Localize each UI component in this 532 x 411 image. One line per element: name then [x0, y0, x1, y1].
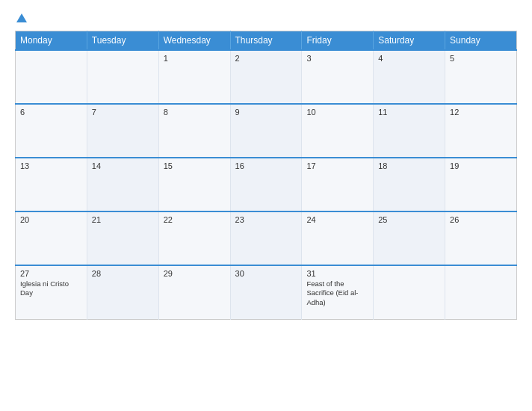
calendar-cell: 2	[230, 50, 302, 104]
calendar-cell: 15	[158, 158, 230, 211]
calendar-cell: 5	[445, 50, 517, 104]
day-number: 2	[235, 54, 297, 63]
day-number: 5	[450, 54, 512, 63]
day-number: 4	[378, 54, 440, 63]
week-row-2: 6789101112	[16, 104, 517, 158]
calendar-cell: 14	[87, 158, 158, 211]
calendar-cell: 8	[158, 104, 230, 158]
logo-triangle-icon	[16, 13, 27, 22]
logo	[15, 12, 28, 23]
calendar-cell	[374, 265, 445, 319]
calendar-cell: 1	[158, 50, 230, 104]
calendar-cell: 12	[445, 104, 517, 158]
calendar-cell: 23	[230, 211, 302, 265]
day-number: 21	[92, 215, 154, 224]
weekday-header-tuesday: Tuesday	[87, 31, 158, 51]
day-number: 6	[20, 108, 82, 117]
week-row-1: 12345	[16, 50, 517, 104]
calendar-cell: 17	[302, 158, 374, 211]
calendar-cell: 29	[158, 265, 230, 319]
calendar-cell: 30	[230, 265, 302, 319]
calendar-cell: 26	[445, 211, 517, 265]
day-number: 23	[235, 215, 297, 224]
day-number: 11	[378, 108, 440, 117]
calendar-cell: 19	[445, 158, 517, 211]
day-number: 24	[306, 215, 368, 224]
week-row-4: 20212223242526	[16, 211, 517, 265]
calendar-cell	[87, 50, 158, 104]
day-number: 19	[450, 161, 512, 170]
calendar-cell: 13	[16, 158, 87, 211]
day-number: 31	[306, 269, 368, 278]
calendar-table: MondayTuesdayWednesdayThursdayFridaySatu…	[15, 31, 517, 320]
weekday-header-monday: Monday	[16, 31, 87, 51]
day-number: 1	[164, 54, 226, 63]
calendar-cell: 21	[87, 211, 158, 265]
day-number: 17	[306, 161, 368, 170]
weekday-header-thursday: Thursday	[230, 31, 302, 51]
day-number: 3	[306, 54, 368, 63]
calendar-cell: 6	[16, 104, 87, 158]
day-number: 9	[235, 108, 297, 117]
day-number: 14	[92, 161, 154, 170]
day-number: 18	[378, 161, 440, 170]
calendar-cell: 16	[230, 158, 302, 211]
day-number: 12	[450, 108, 512, 117]
day-number: 16	[235, 161, 297, 170]
calendar-cell	[16, 50, 87, 104]
calendar-cell	[445, 265, 517, 319]
header	[15, 12, 517, 23]
weekday-header-saturday: Saturday	[374, 31, 445, 51]
day-number: 7	[92, 108, 154, 117]
day-number: 30	[235, 269, 297, 278]
day-number: 25	[378, 215, 440, 224]
calendar-cell: 28	[87, 265, 158, 319]
calendar-body: 1234567891011121314151617181920212223242…	[16, 50, 517, 319]
calendar-cell: 18	[374, 158, 445, 211]
day-number: 28	[92, 269, 154, 278]
calendar-cell: 25	[374, 211, 445, 265]
weekday-header-friday: Friday	[302, 31, 374, 51]
calendar-cell: 20	[16, 211, 87, 265]
weekday-row: MondayTuesdayWednesdayThursdayFridaySatu…	[16, 31, 517, 51]
day-number: 22	[164, 215, 226, 224]
day-number: 27	[20, 269, 82, 278]
calendar-cell: 4	[374, 50, 445, 104]
event-label: Iglesia ni Cristo Day	[20, 279, 82, 298]
day-number: 10	[306, 108, 368, 117]
calendar-cell: 11	[374, 104, 445, 158]
calendar-cell: 9	[230, 104, 302, 158]
calendar-cell: 31Feast of the Sacrifice (Eid al-Adha)	[302, 265, 374, 319]
calendar-cell: 27Iglesia ni Cristo Day	[16, 265, 87, 319]
day-number: 20	[20, 215, 82, 224]
calendar-cell: 22	[158, 211, 230, 265]
week-row-3: 13141516171819	[16, 158, 517, 211]
calendar-cell: 24	[302, 211, 374, 265]
calendar-page: MondayTuesdayWednesdayThursdayFridaySatu…	[0, 0, 532, 411]
calendar-cell: 10	[302, 104, 374, 158]
day-number: 26	[450, 215, 512, 224]
day-number: 8	[164, 108, 226, 117]
calendar-header: MondayTuesdayWednesdayThursdayFridaySatu…	[16, 31, 517, 51]
week-row-5: 27Iglesia ni Cristo Day28293031Feast of …	[16, 265, 517, 319]
day-number: 13	[20, 161, 82, 170]
calendar-cell: 3	[302, 50, 374, 104]
weekday-header-sunday: Sunday	[445, 31, 517, 51]
weekday-header-wednesday: Wednesday	[158, 31, 230, 51]
calendar-cell: 7	[87, 104, 158, 158]
day-number: 29	[164, 269, 226, 278]
day-number: 15	[164, 161, 226, 170]
event-label: Feast of the Sacrifice (Eid al-Adha)	[306, 279, 368, 307]
